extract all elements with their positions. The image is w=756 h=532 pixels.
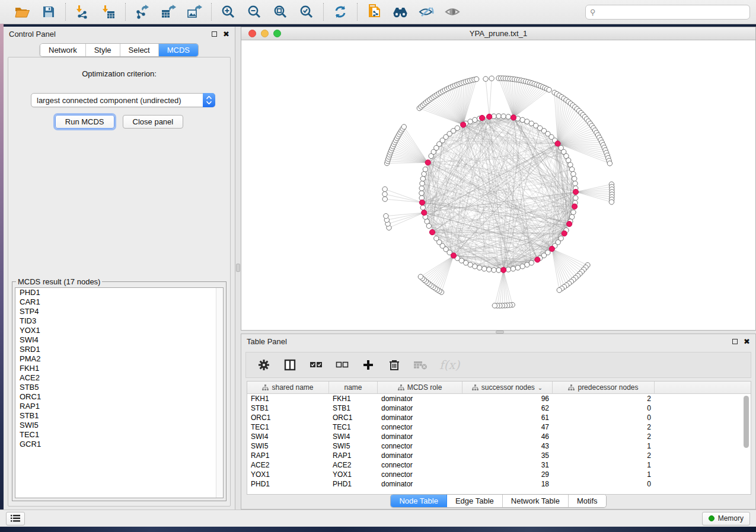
refresh-icon[interactable] — [331, 3, 349, 21]
cell-name[interactable]: SWI4 — [329, 432, 378, 441]
vertical-splitter[interactable] — [235, 27, 241, 509]
mcds-result-item[interactable]: STB1 — [15, 411, 223, 421]
cell-MCDS-role[interactable]: connector — [378, 470, 462, 479]
search-input[interactable] — [596, 8, 745, 16]
cell-predecessor-nodes[interactable]: 0 — [553, 404, 655, 412]
float-panel-icon[interactable] — [732, 339, 738, 344]
tab-network[interactable]: Network — [40, 44, 86, 56]
float-panel-icon[interactable] — [212, 31, 217, 37]
cell-shared-name[interactable]: ACE2 — [247, 461, 329, 469]
cell-MCDS-role[interactable]: dominator — [378, 395, 462, 403]
deselect-all-icon[interactable] — [335, 358, 349, 372]
mcds-result-item[interactable]: FKH1 — [15, 364, 223, 373]
cell-shared-name[interactable]: SWI4 — [247, 432, 329, 441]
cell-predecessor-nodes[interactable]: 2 — [553, 432, 655, 441]
mcds-result-item[interactable]: SRD1 — [15, 345, 223, 354]
save-session-icon[interactable] — [40, 3, 58, 21]
cell-successor-nodes[interactable]: 29 — [462, 470, 553, 479]
cell-predecessor-nodes[interactable]: 1 — [553, 470, 655, 479]
mcds-result-item[interactable]: SWI4 — [15, 335, 223, 345]
cell-MCDS-role[interactable]: connector — [378, 442, 462, 450]
open-file-icon[interactable] — [14, 3, 31, 21]
export-image-icon[interactable] — [186, 3, 203, 21]
scrollbar-thumb[interactable] — [744, 396, 749, 448]
column-header-successor-nodes[interactable]: successor nodes⌄ — [462, 382, 553, 393]
add-column-icon[interactable] — [361, 358, 375, 372]
table-row[interactable]: RAP1RAP1dominator352 — [247, 451, 751, 460]
cell-successor-nodes[interactable]: 46 — [462, 432, 553, 441]
splitter-grip[interactable] — [236, 264, 240, 272]
cell-MCDS-role[interactable]: dominator — [378, 451, 462, 460]
mcds-result-item[interactable]: RAP1 — [15, 402, 223, 411]
mcds-result-item[interactable]: SWI5 — [15, 421, 223, 430]
column-header-shared-name[interactable]: shared name — [247, 382, 329, 393]
mcds-result-item[interactable]: YOX1 — [15, 326, 223, 335]
tab-node-table[interactable]: Node Table — [391, 495, 447, 507]
cell-successor-nodes[interactable]: 31 — [462, 461, 553, 469]
zoom-in-icon[interactable] — [219, 3, 237, 21]
cell-successor-nodes[interactable]: 18 — [462, 480, 553, 488]
cell-predecessor-nodes[interactable]: 0 — [553, 414, 655, 422]
tab-mcds[interactable]: MCDS — [159, 44, 198, 56]
cell-MCDS-role[interactable]: connector — [378, 423, 462, 431]
cell-shared-name[interactable]: RAP1 — [247, 451, 329, 460]
zoom-fit-icon[interactable] — [272, 3, 289, 21]
zoom-selected-icon[interactable] — [298, 3, 315, 21]
cell-name[interactable]: PHD1 — [329, 480, 378, 488]
mcds-result-item[interactable]: ACE2 — [15, 373, 223, 383]
cell-successor-nodes[interactable]: 47 — [462, 423, 553, 431]
new-network-from-selection-icon[interactable] — [365, 3, 383, 21]
network-canvas[interactable] — [241, 40, 755, 330]
cell-successor-nodes[interactable]: 43 — [462, 442, 553, 450]
cell-name[interactable]: TEC1 — [329, 423, 378, 431]
cell-MCDS-role[interactable]: dominator — [378, 414, 462, 422]
table-row[interactable]: ORC1ORC1dominator610 — [247, 413, 751, 422]
cell-predecessor-nodes[interactable]: 2 — [553, 451, 655, 460]
cell-MCDS-role[interactable]: connector — [378, 461, 462, 469]
hide-panels-icon[interactable] — [417, 3, 435, 21]
cell-name[interactable]: STB1 — [329, 404, 378, 412]
table-row[interactable]: SWI4SWI4dominator462 — [247, 432, 751, 441]
export-network-icon[interactable] — [133, 3, 151, 21]
tab-style[interactable]: Style — [86, 44, 120, 56]
mcds-result-item[interactable]: PMA2 — [15, 354, 223, 364]
table-row[interactable]: SWI5SWI5connector431 — [247, 441, 751, 451]
mcds-result-item[interactable]: ORC1 — [15, 392, 223, 402]
delete-column-icon[interactable] — [387, 358, 401, 372]
cell-shared-name[interactable]: SWI5 — [247, 442, 329, 450]
cell-predecessor-nodes[interactable]: 2 — [553, 395, 655, 403]
cell-MCDS-role[interactable]: dominator — [378, 404, 462, 412]
column-layout-icon[interactable] — [283, 358, 297, 372]
run-mcds-button[interactable]: Run MCDS — [55, 115, 114, 129]
cell-successor-nodes[interactable]: 62 — [462, 404, 553, 412]
task-history-icon[interactable] — [6, 512, 25, 525]
cell-name[interactable]: RAP1 — [329, 451, 378, 460]
cell-predecessor-nodes[interactable]: 0 — [553, 480, 655, 488]
cell-predecessor-nodes[interactable]: 1 — [553, 442, 655, 450]
column-header-predecessor-nodes[interactable]: predecessor nodes — [553, 382, 655, 393]
table-row[interactable]: ACE2ACE2connector311 — [247, 460, 751, 470]
cell-name[interactable]: ACE2 — [329, 461, 378, 469]
cell-predecessor-nodes[interactable]: 1 — [553, 461, 655, 469]
table-row[interactable]: YOX1YOX1connector291 — [247, 470, 751, 479]
mcds-result-item[interactable]: CAR1 — [15, 297, 223, 307]
cell-name[interactable]: SWI5 — [329, 442, 378, 450]
network-window-titlebar[interactable]: YPA_prune.txt_1 — [241, 27, 755, 40]
find-icon[interactable] — [391, 3, 409, 21]
close-panel-button[interactable]: Close panel — [123, 115, 184, 129]
mcds-result-list[interactable]: PHD1CAR1STP4TID3YOX1SWI4SRD1PMA2FKH1ACE2… — [15, 287, 224, 498]
cell-successor-nodes[interactable]: 96 — [462, 395, 553, 403]
mcds-result-item[interactable]: STB5 — [15, 383, 223, 392]
table-row[interactable]: TEC1TEC1connector472 — [247, 422, 751, 432]
close-panel-icon[interactable]: ✖ — [744, 339, 750, 344]
settings-icon[interactable] — [257, 358, 271, 372]
mcds-result-item[interactable]: TID3 — [15, 316, 223, 326]
cell-shared-name[interactable]: PHD1 — [247, 480, 329, 488]
mcds-result-item[interactable]: TEC1 — [15, 430, 223, 440]
mcds-result-item[interactable]: GCR1 — [15, 440, 223, 449]
cell-shared-name[interactable]: TEC1 — [247, 423, 329, 431]
cell-successor-nodes[interactable]: 35 — [462, 451, 553, 460]
show-panels-icon[interactable] — [444, 3, 461, 21]
column-header-MCDS-role[interactable]: MCDS role — [378, 382, 462, 393]
tab-network-table[interactable]: Network Table — [503, 495, 569, 507]
